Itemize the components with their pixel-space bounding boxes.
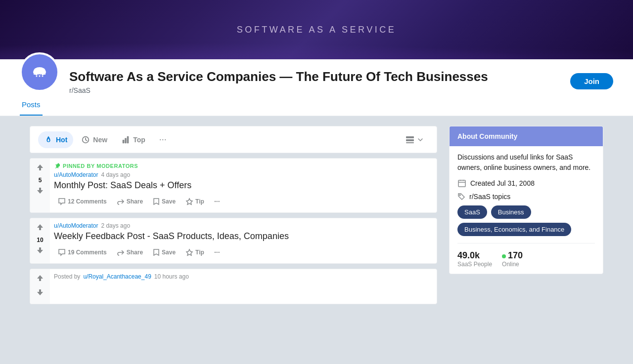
comment-icon-1 [58, 198, 66, 205]
svg-point-10 [39, 76, 41, 77]
tag-icon [457, 193, 465, 201]
main-content: Hot New Top ··· [20, 116, 613, 319]
online-count: 170 [502, 250, 523, 261]
members-stat: 49.0k SaaS People [457, 250, 492, 268]
vote-count-1: 5 [39, 177, 42, 184]
hot-icon [44, 135, 53, 144]
banner-title: SOFTWARE AS A SERVICE [237, 25, 397, 35]
post-card-2: 10 u/AutoModerator 2 days ago Weekly Fee… [30, 218, 437, 264]
tabs-list: Posts [20, 94, 613, 116]
svg-rect-15 [127, 136, 129, 143]
posts-column: Hot New Top ··· [30, 126, 437, 309]
svg-marker-20 [186, 249, 192, 255]
members-label: SaaS People [457, 261, 492, 268]
about-widget: About Community Discussions and useful l… [449, 126, 603, 274]
svg-rect-17 [406, 139, 414, 141]
vote-col-3 [30, 269, 50, 304]
about-body: Discussions and useful links for SaaS ow… [450, 146, 603, 274]
tag-economics[interactable]: Business, Economics, and Finance [457, 223, 571, 236]
sort-hot-button[interactable]: Hot [38, 131, 73, 148]
sort-top-button[interactable]: Top [115, 131, 151, 148]
tip-icon-1 [185, 198, 193, 205]
created-icon [457, 179, 466, 188]
subreddit-header: Software As a Service Companies — The Fu… [0, 59, 633, 94]
svg-rect-14 [125, 138, 127, 143]
vote-col-1: 5 [30, 159, 50, 212]
svg-rect-16 [406, 136, 414, 138]
post-actions-2: 19 Comments Share Save Tip ··· [54, 245, 433, 259]
tags-row: SaaS Business [457, 205, 595, 219]
post-time-2: 2 days ago [101, 222, 130, 229]
vote-count-2: 10 [37, 237, 43, 243]
comments-button-2[interactable]: 19 Comments [54, 245, 111, 259]
share-icon-1 [117, 198, 125, 205]
comment-icon-2 [58, 248, 66, 256]
about-description: Discussions and useful links for SaaS ow… [457, 152, 595, 173]
about-header: About Community [450, 126, 603, 146]
post-author-1[interactable]: u/AutoModerator [54, 171, 98, 178]
sort-new-button[interactable]: New [75, 131, 113, 148]
post-card-3: Posted by u/Royal_Acanthaceae_49 10 hour… [30, 269, 437, 304]
more-button-2[interactable]: ··· [210, 245, 224, 259]
svg-rect-21 [458, 180, 465, 187]
sort-bar: Hot New Top ··· [30, 126, 437, 153]
post-time-3: 10 hours ago [154, 273, 189, 280]
more-button-1[interactable]: ··· [210, 195, 224, 208]
share-button-1[interactable]: Share [113, 195, 147, 208]
tabs-bar: Posts [0, 94, 633, 116]
svg-point-9 [36, 76, 38, 77]
tip-button-2[interactable]: Tip [181, 245, 208, 259]
subreddit-slug: r/SaaS [69, 86, 560, 94]
stats-row: 49.0k SaaS People 170 Online [457, 243, 595, 268]
view-icon [405, 135, 415, 145]
vote-col-2: 10 [30, 218, 50, 263]
about-created: Created Jul 31, 2008 [457, 179, 595, 188]
view-toggle-button[interactable] [400, 132, 429, 148]
subreddit-name: Software As a Service Companies — The Fu… [69, 69, 560, 84]
post-author-3[interactable]: u/Royal_Acanthaceae_49 [83, 273, 151, 280]
pin-icon [54, 162, 61, 169]
downvote-button-3[interactable] [33, 287, 47, 300]
save-icon-2 [153, 248, 160, 256]
save-icon-1 [153, 198, 160, 205]
tag-saas[interactable]: SaaS [457, 205, 487, 219]
join-button[interactable]: Join [570, 73, 613, 89]
upvote-button-1[interactable] [33, 162, 47, 175]
save-button-2[interactable]: Save [149, 245, 180, 259]
sort-options: Hot New Top ··· [38, 130, 400, 149]
post-meta-top-1: PINNED BY MODERATORS [54, 162, 433, 169]
post-meta-2: u/AutoModerator 2 days ago [54, 222, 433, 229]
post-time-1: 4 days ago [101, 171, 130, 178]
post-title-1[interactable]: Monthly Post: SaaS Deals + Offers [54, 180, 433, 191]
tip-button-1[interactable]: Tip [181, 195, 208, 208]
post-body-2: u/AutoModerator 2 days ago Weekly Feedba… [50, 218, 437, 263]
share-button-2[interactable]: Share [113, 245, 147, 259]
post-author-2[interactable]: u/AutoModerator [54, 222, 98, 229]
upvote-button-2[interactable] [33, 222, 47, 235]
tip-icon-2 [185, 248, 193, 256]
post-body-3: Posted by u/Royal_Acanthaceae_49 10 hour… [50, 269, 437, 304]
svg-marker-19 [186, 199, 192, 204]
subreddit-icon [20, 52, 59, 92]
online-stat: 170 Online [502, 250, 523, 268]
svg-point-22 [459, 195, 460, 196]
post-title-2[interactable]: Weekly Feedback Post - SaaS Products, Id… [54, 231, 433, 242]
downvote-button-1[interactable] [33, 186, 47, 198]
tag-business[interactable]: Business [491, 205, 531, 219]
share-icon-2 [117, 248, 125, 256]
sort-more-button[interactable]: ··· [153, 130, 173, 149]
save-button-1[interactable]: Save [149, 195, 180, 208]
downvote-button-2[interactable] [33, 245, 47, 258]
tags-row-2: Business, Economics, and Finance [457, 223, 595, 236]
comments-button-1[interactable]: 12 Comments [54, 195, 111, 208]
sidebar: About Community Discussions and useful l… [449, 126, 603, 309]
tab-posts[interactable]: Posts [20, 94, 43, 116]
svg-rect-18 [406, 142, 414, 143]
svg-rect-13 [123, 140, 125, 143]
members-count: 49.0k [457, 250, 492, 261]
svg-rect-4 [34, 71, 45, 75]
post-meta-3: Posted by u/Royal_Acanthaceae_49 10 hour… [54, 273, 433, 280]
subreddit-info: Software As a Service Companies — The Fu… [69, 67, 560, 94]
post-actions-1: 12 Comments Share Save Tip ··· [54, 195, 433, 208]
upvote-button-3[interactable] [33, 273, 47, 285]
